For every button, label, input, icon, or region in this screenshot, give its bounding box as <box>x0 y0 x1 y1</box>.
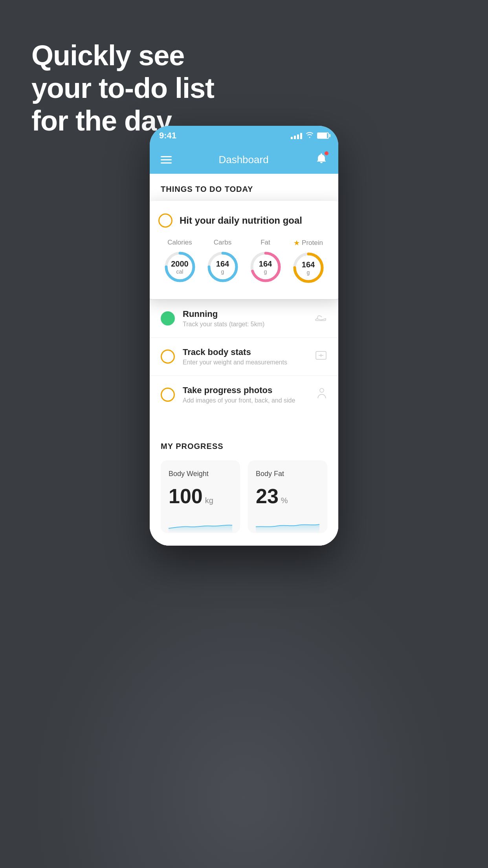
headline: Quickly see your to-do list for the day. <box>31 39 214 137</box>
todo-text-body-stats: Track body stats Enter your weight and m… <box>183 347 315 366</box>
calories-ring: 2000 cal <box>163 250 197 284</box>
wifi-icon <box>305 131 314 140</box>
todo-title-body-stats: Track body stats <box>183 347 315 357</box>
todo-item-progress-photos[interactable]: Take progress photos Add images of your … <box>150 375 338 414</box>
nutrition-protein: ★ Protein 164 g <box>291 239 326 285</box>
calories-unit: cal <box>171 268 189 275</box>
svg-point-9 <box>320 388 324 392</box>
content-area: THINGS TO DO TODAY Hit your daily nutrit… <box>150 174 338 546</box>
progress-section: MY PROGRESS Body Weight 100 kg <box>150 429 338 546</box>
todo-title-progress-photos: Take progress photos <box>183 385 316 395</box>
body-fat-value-row: 23 % <box>256 484 319 508</box>
status-time: 9:41 <box>159 131 176 141</box>
protein-unit: g <box>302 269 315 276</box>
progress-section-title: MY PROGRESS <box>161 442 327 451</box>
todo-item-body-stats[interactable]: Track body stats Enter your weight and m… <box>150 337 338 375</box>
nutrition-circles: Calories 2000 cal <box>158 239 330 285</box>
nutrition-fat: Fat 164 g <box>248 239 283 284</box>
body-fat-chart <box>256 514 319 533</box>
nutrition-carbs: Carbs 164 g <box>205 239 240 284</box>
calories-label: Calories <box>167 239 192 246</box>
carbs-label: Carbs <box>214 239 231 246</box>
todo-circle-nutrition <box>158 213 172 228</box>
protein-ring: 164 g <box>291 250 326 285</box>
body-weight-value: 100 <box>169 484 203 508</box>
progress-card-weight[interactable]: Body Weight 100 kg <box>161 460 240 533</box>
hamburger-menu-icon[interactable] <box>161 156 172 164</box>
body-weight-value-row: 100 kg <box>169 484 232 508</box>
app-header: Dashboard <box>150 145 338 174</box>
body-weight-unit: kg <box>205 496 213 505</box>
progress-cards: Body Weight 100 kg <box>161 460 327 533</box>
fat-label: Fat <box>261 239 270 246</box>
fat-value: 164 <box>259 259 272 268</box>
body-weight-label: Body Weight <box>169 470 232 478</box>
carbs-value: 164 <box>216 259 229 268</box>
protein-label: ★ Protein <box>294 239 323 247</box>
phone-wrapper: 9:41 <box>150 126 338 826</box>
protein-value: 164 <box>302 260 315 269</box>
todo-title-running: Running <box>183 309 315 319</box>
section-title: THINGS TO DO TODAY <box>150 174 338 201</box>
todo-circle-progress-photos <box>161 388 175 402</box>
body-fat-value: 23 <box>256 484 279 508</box>
body-fat-label: Body Fat <box>256 470 319 478</box>
carbs-ring: 164 g <box>205 250 240 284</box>
carbs-unit: g <box>216 268 229 275</box>
phone-frame: 9:41 <box>150 126 338 546</box>
body-fat-unit: % <box>281 496 288 505</box>
todo-circle-running <box>161 311 175 326</box>
todo-item-running[interactable]: Running Track your stats (target: 5km) <box>150 299 338 337</box>
todo-text-running: Running Track your stats (target: 5km) <box>183 309 315 328</box>
notification-dot <box>325 151 328 155</box>
scale-icon <box>315 350 327 363</box>
fat-ring: 164 g <box>248 250 283 284</box>
todo-subtitle-progress-photos: Add images of your front, back, and side <box>183 397 316 404</box>
body-weight-chart <box>169 514 232 533</box>
progress-card-fat[interactable]: Body Fat 23 % <box>248 460 327 533</box>
todo-subtitle-body-stats: Enter your weight and measurements <box>183 359 315 366</box>
todo-text-progress-photos: Take progress photos Add images of your … <box>183 385 316 404</box>
status-icons <box>291 131 329 140</box>
nutrition-card-title: Hit your daily nutrition goal <box>180 215 302 226</box>
signal-bars-icon <box>291 132 302 139</box>
nutrition-calories: Calories 2000 cal <box>163 239 197 284</box>
notification-bell-icon[interactable] <box>316 153 327 167</box>
todo-list: Running Track your stats (target: 5km) <box>150 299 338 414</box>
nutrition-card[interactable]: Hit your daily nutrition goal Calories <box>150 201 338 299</box>
header-title: Dashboard <box>218 154 268 166</box>
battery-icon <box>317 132 329 139</box>
nutrition-card-header: Hit your daily nutrition goal <box>158 213 330 228</box>
todo-subtitle-running: Track your stats (target: 5km) <box>183 321 315 328</box>
person-icon <box>316 387 327 402</box>
todo-circle-body-stats <box>161 349 175 364</box>
star-icon: ★ <box>294 239 300 247</box>
status-bar: 9:41 <box>150 126 338 145</box>
shoe-icon <box>315 313 327 324</box>
fat-unit: g <box>259 268 272 275</box>
calories-value: 2000 <box>171 259 189 268</box>
